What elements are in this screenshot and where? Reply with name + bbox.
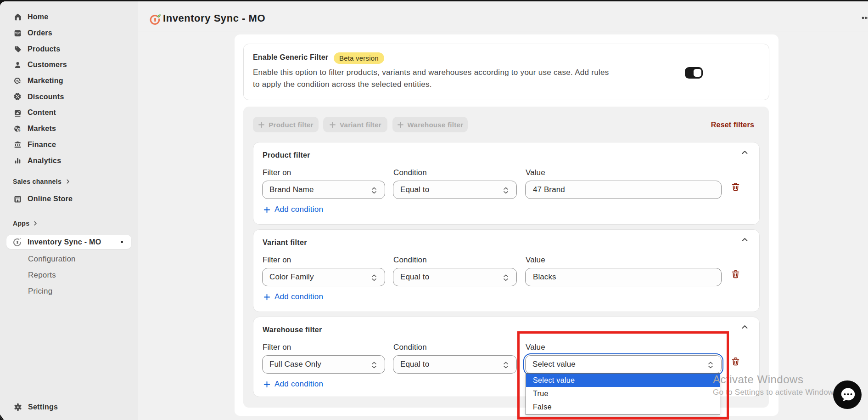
svg-text:$: $ xyxy=(18,128,21,132)
